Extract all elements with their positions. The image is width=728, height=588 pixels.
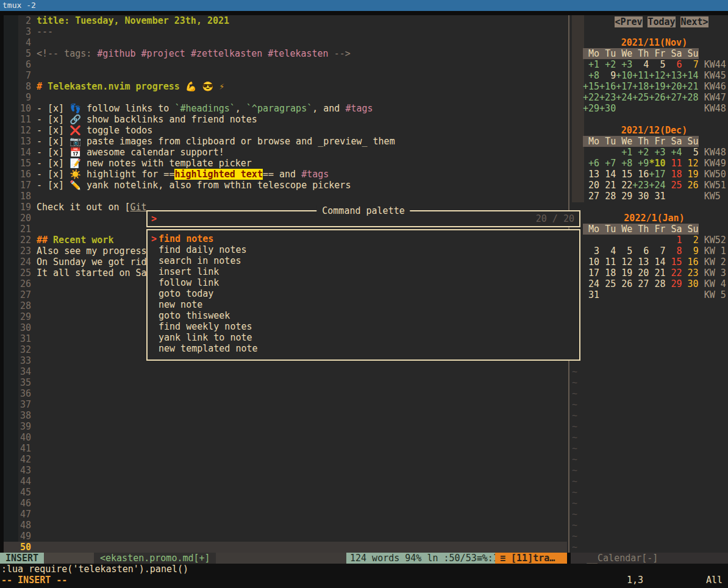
calendar-prev-button[interactable]: <Prev — [615, 16, 643, 27]
editor-line[interactable]: 3--- — [0, 26, 567, 37]
scrollbar[interactable] — [572, 15, 584, 202]
calendar-day[interactable]: 8 — [665, 246, 682, 257]
calendar-day[interactable]: 31 — [583, 289, 599, 300]
palette-item[interactable]: >find notes — [148, 233, 579, 244]
palette-item[interactable]: goto today — [148, 288, 579, 299]
calendar-day[interactable]: +8 — [583, 70, 599, 81]
calendar-day[interactable]: +21 — [682, 81, 699, 92]
editor-line[interactable]: 12- [x] ❌ toggle todos — [0, 125, 567, 136]
calendar-day[interactable]: 6 — [632, 246, 649, 257]
calendar-day[interactable]: +12 — [649, 70, 665, 81]
calendar-day[interactable]: +14 — [682, 70, 699, 81]
editor-line[interactable]: 8# Telekasten.nvim progress 💪 😎 ⚡ — [0, 81, 567, 92]
calendar-day[interactable]: 4 — [632, 59, 649, 70]
calendar-day[interactable]: +17 — [649, 169, 665, 180]
editor-line[interactable]: 39 — [0, 421, 567, 432]
calendar-day[interactable]: +1 — [583, 59, 599, 70]
editor-line[interactable]: 10- [x] 👣 follow links to `#headings`, `… — [0, 103, 567, 114]
calendar-day[interactable]: +2 — [632, 147, 649, 158]
command-palette-prompt-box[interactable]: Command palette > 20 / 20 — [146, 210, 580, 227]
calendar-day[interactable]: 10 — [583, 257, 599, 267]
editor-line[interactable]: 45 — [0, 487, 567, 498]
editor-line[interactable]: 38 — [0, 410, 567, 421]
calendar-day[interactable]: +10 — [616, 70, 632, 81]
editor-line[interactable]: 43 — [0, 465, 567, 476]
calendar-day[interactable]: 6 — [665, 59, 682, 70]
palette-item[interactable]: goto thisweek — [148, 310, 579, 321]
calendar-day[interactable]: +4 — [665, 147, 682, 158]
editor-line[interactable]: 36 — [0, 388, 567, 399]
calendar-day[interactable]: +8 — [616, 158, 632, 169]
calendar-day[interactable]: 20 — [583, 180, 599, 191]
calendar-day[interactable]: +19 — [649, 81, 665, 92]
editor-line[interactable]: 17- [x] ✏️ yank notelink, also from wthi… — [0, 180, 567, 191]
calendar-day[interactable]: 27 — [632, 278, 649, 289]
calendar-day[interactable]: +2 — [599, 59, 616, 70]
editor-line[interactable]: 13- [x] 📷 paste images from clipboard or… — [0, 136, 567, 147]
calendar-day[interactable]: +22 — [583, 92, 599, 103]
calendar-day[interactable]: +3 — [616, 59, 632, 70]
calendar-day[interactable]: 5 — [682, 147, 699, 158]
calendar-day[interactable]: +13 — [665, 70, 682, 81]
calendar-day[interactable]: +20 — [665, 81, 682, 92]
calendar-today-button[interactable]: Today — [648, 16, 676, 27]
calendar-day[interactable]: +23 — [599, 92, 616, 103]
calendar-day[interactable]: +6 — [583, 158, 599, 169]
calendar-day[interactable]: 13 — [632, 257, 649, 267]
calendar-day[interactable]: 1 — [665, 235, 682, 246]
editor-line[interactable]: 42 — [0, 454, 567, 465]
calendar-day[interactable]: 22 — [616, 180, 632, 191]
calendar-day[interactable]: 26 — [616, 278, 632, 289]
calendar-day[interactable]: +28 — [682, 92, 699, 103]
calendar-day[interactable]: 21 — [599, 180, 616, 191]
calendar-day[interactable]: 9 — [599, 70, 616, 81]
calendar-day[interactable]: +1 — [616, 147, 632, 158]
palette-item[interactable]: yank link to note — [148, 332, 579, 343]
calendar-day[interactable]: 14 — [599, 169, 616, 180]
calendar-day[interactable]: 4 — [599, 246, 616, 257]
editor-line[interactable]: 40 — [0, 432, 567, 443]
editor-line[interactable]: 2title: Tuesday, November 23th, 2021 — [0, 15, 567, 26]
calendar-day[interactable]: 5 — [649, 59, 665, 70]
calendar-day[interactable]: +24 — [616, 92, 632, 103]
editor-line[interactable]: 15- [x] 📝 new notes with template picker — [0, 158, 567, 169]
palette-item[interactable]: follow link — [148, 277, 579, 288]
calendar-day[interactable]: 18 — [665, 169, 682, 180]
editor-line[interactable]: 5<!-- tags: #github #project #zettelkast… — [0, 48, 567, 59]
calendar-day[interactable]: 16 — [682, 257, 699, 267]
palette-item[interactable]: find daily notes — [148, 244, 579, 255]
calendar-day[interactable]: 11 — [665, 158, 682, 169]
command-line[interactable]: :lua require('telekasten').panel() — [0, 564, 728, 575]
calendar-day[interactable]: 5 — [616, 246, 632, 257]
calendar-day[interactable]: 30 — [682, 278, 699, 289]
calendar-day[interactable]: 12 — [682, 158, 699, 169]
editor-line[interactable]: 9 — [0, 92, 567, 103]
calendar-day[interactable]: +18 — [632, 81, 649, 92]
calendar-day[interactable]: 13 — [583, 169, 599, 180]
calendar-day[interactable]: 2 — [682, 235, 699, 246]
calendar-day[interactable]: +15 — [583, 81, 599, 92]
calendar-day[interactable]: 26 — [682, 180, 699, 191]
editor-line[interactable]: 37 — [0, 399, 567, 410]
editor-line[interactable]: 34 — [0, 366, 567, 377]
calendar-day[interactable]: +7 — [599, 158, 616, 169]
calendar-day[interactable]: +3 — [649, 147, 665, 158]
palette-item[interactable]: new note — [148, 299, 579, 310]
calendar-day[interactable]: +27 — [665, 92, 682, 103]
calendar-day[interactable]: +16 — [599, 81, 616, 92]
calendar-day[interactable]: +9 — [632, 158, 649, 169]
calendar-day[interactable]: 14 — [649, 257, 665, 267]
calendar-day[interactable]: +29 — [583, 103, 599, 114]
calendar-day[interactable]: 25 — [599, 278, 616, 289]
editor-line[interactable]: 46 — [0, 498, 567, 509]
calendar-day[interactable]: 19 — [682, 169, 699, 180]
editor-line[interactable]: 11- [x] 🔗 show backlinks and friend note… — [0, 114, 567, 125]
calendar-day[interactable]: 17 — [583, 267, 599, 278]
calendar-day[interactable]: 12 — [616, 257, 632, 267]
calendar-day[interactable]: 31 — [649, 191, 665, 202]
calendar-day[interactable]: +25 — [632, 92, 649, 103]
palette-item[interactable]: insert link — [148, 266, 579, 277]
palette-item[interactable]: find weekly notes — [148, 321, 579, 332]
calendar-day[interactable]: 15 — [665, 257, 682, 267]
palette-item[interactable]: new templated note — [148, 343, 579, 354]
